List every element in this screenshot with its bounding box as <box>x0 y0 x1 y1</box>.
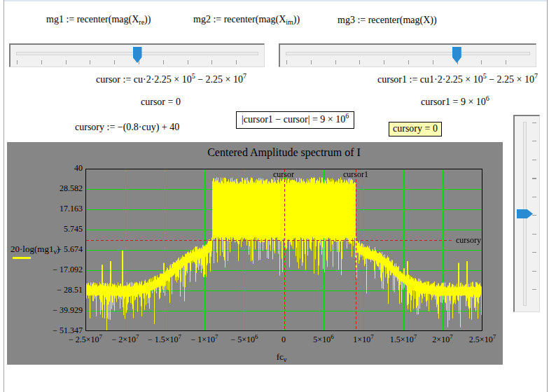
window-right-border <box>547 0 548 392</box>
x-tick-label: 2.5×107 <box>454 335 510 345</box>
slider-cuy-thumb[interactable] <box>517 209 533 218</box>
y-tick-label: − 39.929 <box>27 305 83 316</box>
expression-cursory-def[interactable]: cursory := −(0.8·cuy) + 40 <box>75 122 179 133</box>
y-tick-label: 17.163 <box>27 204 83 214</box>
slider-cu1[interactable] <box>279 43 536 67</box>
expression-cursor-def[interactable]: cursor := cu·2·2.25 × 105 − 2.25 × 107 <box>96 74 246 85</box>
cursor1-marker-label: cursor1 <box>328 169 384 180</box>
y-tick-label: − 17.092 <box>27 265 83 275</box>
slider-cu1-ticks <box>286 60 529 64</box>
slider-cuy[interactable] <box>513 115 540 312</box>
plot-region[interactable]: Centered Amplitude spectrum of I 40 28.5… <box>7 142 503 365</box>
y-tick-label: − 28.51 <box>27 285 83 295</box>
x-axis-label: fcν <box>253 351 310 363</box>
slider-cu[interactable] <box>9 43 265 67</box>
y-axis-legend-label: 20·log(mg1ν) <box>11 244 60 255</box>
window-top-border <box>4 0 547 1</box>
expression-mg3[interactable]: mg3 := recenter(mag(X)) <box>338 15 437 26</box>
expression-mg1[interactable]: mg1 := recenter(mag(Xre)) <box>46 14 151 25</box>
cursor-marker-label: cursor <box>256 169 312 180</box>
y-tick-label: 28.582 <box>27 183 83 194</box>
plot-title: Centered Amplitude spectrum of I <box>85 146 482 159</box>
slider-cu1-track[interactable] <box>286 52 530 55</box>
spectrum-plot-canvas[interactable] <box>85 169 482 331</box>
window-left-border <box>4 0 4 392</box>
expression-cursor1-val[interactable]: cursor1 = 9 × 106 <box>421 97 489 108</box>
expression-mg2[interactable]: mg2 := recenter(mag(Xim)) <box>193 14 300 25</box>
expression-cursor-difference[interactable]: |cursor1 − cursor| = 9 × 106 <box>236 111 354 129</box>
expression-cursor-val[interactable]: cursor = 0 <box>141 97 181 108</box>
mathcad-worksheet: mg1 := recenter(mag(Xre)) mg2 := recente… <box>0 0 556 392</box>
trace-legend-line <box>13 257 31 259</box>
y-tick-label: 5.745 <box>27 224 83 234</box>
cursory-marker-label: cursory <box>425 235 481 246</box>
y-tick-label: 40 <box>27 163 83 174</box>
expression-cursory-val[interactable]: cursory = 0 <box>389 122 442 136</box>
expression-cursor1-def[interactable]: cursor1 := cu1·2·2.25 × 105 − 2.25 × 107 <box>377 74 538 85</box>
